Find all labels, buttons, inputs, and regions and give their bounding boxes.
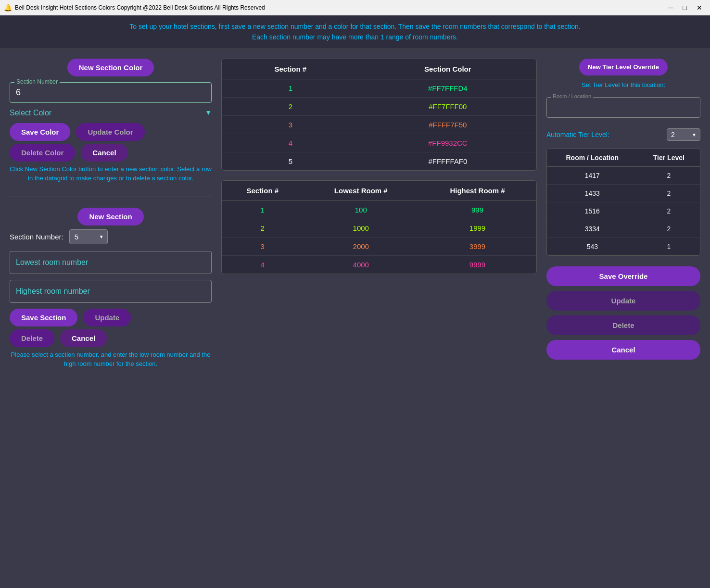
section-colors-table: Section # Section Color 1#FF7FFFD42#FF7F… — [222, 59, 536, 170]
select-color-wrapper[interactable]: Select Color ▼ — [10, 107, 212, 119]
tier-table: Room / Location Tier Level 1417214332151… — [547, 149, 700, 255]
tier-room-cell: 3334 — [547, 220, 638, 238]
update-section-button[interactable]: Update — [83, 309, 131, 326]
header-line2: Each section number may have more than 1… — [252, 33, 458, 41]
cancel-override-button[interactable]: Cancel — [546, 340, 700, 360]
maximize-button[interactable]: □ — [679, 3, 691, 13]
table-row[interactable]: 4#FF9932CC — [222, 134, 536, 152]
cancel-section-button[interactable]: Cancel — [60, 329, 107, 347]
section-number-select-label: Section Number: — [10, 233, 63, 241]
header-banner: To set up your hotel sections, first sav… — [0, 15, 710, 49]
minimize-button[interactable]: ─ — [665, 3, 677, 13]
section-color-panel: New Section Color Section Number Select … — [10, 59, 212, 186]
table-row[interactable]: 320003999 — [222, 237, 536, 255]
section-number-select-row: Section Number: 5 1 2 3 4 — [10, 229, 212, 244]
tier-room-cell: 1417 — [547, 166, 638, 184]
tier-room-cell: 1433 — [547, 184, 638, 202]
range-section-cell: 3 — [222, 237, 303, 255]
table-row[interactable]: 14332 — [547, 184, 700, 202]
col-range-section: Section # — [222, 181, 303, 201]
lowest-room-cell: 4000 — [303, 255, 418, 274]
room-location-input[interactable] — [551, 100, 696, 115]
section-number-label: Section Number — [14, 78, 60, 85]
table-row[interactable]: 2#FF7FFF00 — [222, 97, 536, 115]
room-location-input-group: Room / Location — [546, 97, 700, 118]
section-number-input[interactable] — [10, 82, 212, 103]
col-highest-room: Highest Room # — [418, 181, 536, 201]
new-section-button[interactable]: New Section — [77, 208, 143, 225]
close-button[interactable]: ✕ — [693, 3, 706, 13]
table-row[interactable]: 1#FF7FFFD4 — [222, 79, 536, 97]
range-section-cell: 1 — [222, 200, 303, 219]
section-number-select[interactable]: 5 1 2 3 4 — [69, 229, 108, 244]
range-section-cell: 2 — [222, 219, 303, 237]
table-row[interactable]: 440009999 — [222, 255, 536, 274]
section-color-cell: #FF9932CC — [359, 134, 536, 152]
color-action-row: Save Color Update Color — [10, 123, 212, 141]
section-color-cell: #FF7FFF00 — [359, 97, 536, 115]
lowest-room-cell: 100 — [303, 200, 418, 219]
section-range-hint: Please select a section number, and ente… — [10, 350, 212, 369]
tier-table-container: Room / Location Tier Level 1417214332151… — [546, 149, 700, 256]
right-panel: New Tier Level Override Set Tier Level f… — [546, 59, 700, 583]
lowest-room-input[interactable] — [10, 251, 212, 274]
chevron-down-icon: ▼ — [205, 109, 212, 116]
highest-room-cell: 999 — [418, 200, 536, 219]
highest-room-input[interactable] — [10, 280, 212, 303]
table-row[interactable]: 14172 — [547, 166, 700, 184]
section-color-cell: #FFFFFAF0 — [359, 152, 536, 170]
save-section-button[interactable]: Save Section — [10, 309, 77, 326]
section-action-row: Save Section Update — [10, 309, 212, 326]
lowest-room-cell: 1000 — [303, 219, 418, 237]
table-row[interactable]: 5#FFFFFAF0 — [222, 152, 536, 170]
automatic-tier-label: Automatic Tier Level: — [546, 131, 609, 138]
update-override-button[interactable]: Update — [546, 291, 700, 311]
table-row[interactable]: 5431 — [547, 238, 700, 255]
section-num-cell: 2 — [222, 97, 359, 115]
new-section-color-button[interactable]: New Section Color — [67, 59, 154, 76]
table-row[interactable]: 1100999 — [222, 200, 536, 219]
delete-color-button[interactable]: Delete Color — [10, 144, 75, 162]
right-panel-buttons: Save Override Update Delete Cancel — [546, 266, 700, 360]
section-num-cell: 5 — [222, 152, 359, 170]
section-num-cell: 4 — [222, 134, 359, 152]
left-panel: New Section Color Section Number Select … — [10, 59, 212, 583]
select-color-dropdown[interactable]: Select Color — [10, 109, 205, 117]
col-tier-level: Tier Level — [638, 149, 700, 167]
delete-section-button[interactable]: Delete — [10, 329, 54, 347]
room-ranges-table-container: Section # Lowest Room # Highest Room # 1… — [221, 180, 537, 274]
table-row[interactable]: 15162 — [547, 202, 700, 220]
center-panel: Section # Section Color 1#FF7FFFD42#FF7F… — [221, 59, 537, 583]
section-color-cell: #FF7FFFD4 — [359, 79, 536, 97]
title-bar-text: Bell Desk Insight Hotel Sections Colors … — [15, 4, 265, 11]
automatic-tier-select[interactable]: 2 1 3 — [667, 128, 700, 141]
section-num-cell: 3 — [222, 115, 359, 134]
new-tier-button[interactable]: New Tier Level Override — [579, 59, 668, 75]
tier-level-cell: 2 — [638, 220, 700, 238]
tier-level-cell: 2 — [638, 166, 700, 184]
lowest-room-cell: 2000 — [303, 237, 418, 255]
highest-room-cell: 1999 — [418, 219, 536, 237]
room-ranges-table: Section # Lowest Room # Highest Room # 1… — [222, 181, 536, 274]
table-row[interactable]: 210001999 — [222, 219, 536, 237]
title-bar: 🔔 Bell Desk Insight Hotel Sections Color… — [0, 0, 710, 15]
col-section-color: Section Color — [359, 59, 536, 79]
range-section-cell: 4 — [222, 255, 303, 274]
highest-room-cell: 9999 — [418, 255, 536, 274]
col-lowest-room: Lowest Room # — [303, 181, 418, 201]
tier-level-cell: 1 — [638, 238, 700, 255]
cancel-color-button[interactable]: Cancel — [81, 144, 127, 162]
save-color-button[interactable]: Save Color — [10, 123, 70, 141]
tier-room-cell: 1516 — [547, 202, 638, 220]
save-override-button[interactable]: Save Override — [546, 266, 700, 286]
table-row[interactable]: 3#FFFF7F50 — [222, 115, 536, 134]
section-number-group: Section Number — [10, 82, 212, 103]
update-color-button[interactable]: Update Color — [76, 123, 144, 141]
delete-override-button[interactable]: Delete — [546, 315, 700, 335]
color-action-row-2: Delete Color Cancel — [10, 144, 212, 162]
section-num-cell: 1 — [222, 79, 359, 97]
section-range-panel: New Section Section Number: 5 1 2 3 4 S — [10, 208, 212, 372]
header-line1: To set up your hotel sections, first sav… — [129, 23, 580, 30]
table-row[interactable]: 33342 — [547, 220, 700, 238]
app-icon: 🔔 — [4, 4, 12, 12]
